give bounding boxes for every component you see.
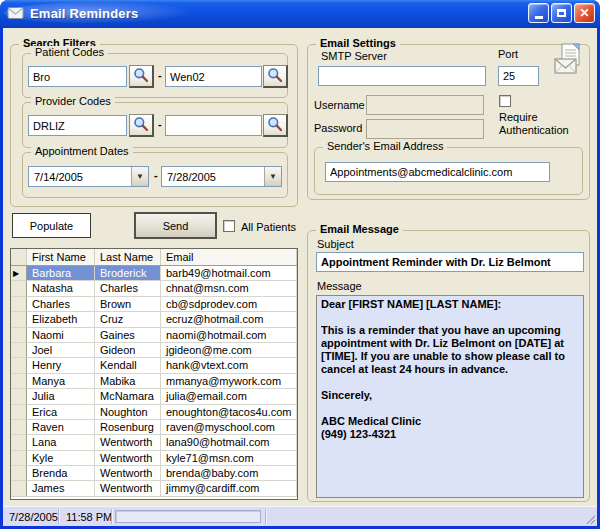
- grid-row[interactable]: EricaNoughtonenoughton@tacos4u.com: [11, 405, 297, 420]
- provider-code-from-input[interactable]: [28, 115, 127, 136]
- cell-email[interactable]: chnat@msn.com: [161, 281, 297, 296]
- cell-first-name[interactable]: Kyle: [27, 451, 95, 466]
- grid-row[interactable]: JoelGideonjgideon@me.com: [11, 343, 297, 358]
- cell-first-name[interactable]: Barbara: [27, 266, 95, 281]
- cell-email[interactable]: hank@vtext.com: [161, 358, 297, 373]
- cell-email[interactable]: mmanya@mywork.com: [161, 374, 297, 389]
- cell-email[interactable]: jgideon@me.com: [161, 343, 297, 358]
- column-header-email[interactable]: Email: [161, 249, 297, 265]
- grid-row[interactable]: HenryKendallhank@vtext.com: [11, 358, 297, 373]
- grid-row[interactable]: NatashaCharleschnat@msn.com: [11, 281, 297, 296]
- resize-grip-icon[interactable]: [583, 512, 596, 525]
- username-input[interactable]: [366, 95, 484, 115]
- row-selector-cell[interactable]: [11, 358, 27, 373]
- row-selector-cell[interactable]: [11, 466, 27, 481]
- cell-first-name[interactable]: Raven: [27, 420, 95, 435]
- cell-first-name[interactable]: Elizabeth: [27, 312, 95, 327]
- cell-last-name[interactable]: Gideon: [95, 343, 161, 358]
- cell-last-name[interactable]: Rosenburg: [95, 420, 161, 435]
- cell-email[interactable]: lana90@hotmail.com: [161, 435, 297, 450]
- row-selector-cell[interactable]: [11, 420, 27, 435]
- cell-email[interactable]: jimmy@cardiff.com: [161, 481, 297, 496]
- populate-button[interactable]: Populate: [12, 213, 91, 238]
- patient-code-from-input[interactable]: [28, 66, 127, 87]
- appointment-date-to-picker[interactable]: 7/28/2005 ▼: [161, 166, 282, 187]
- provider-code-to-lookup-button[interactable]: [263, 114, 288, 137]
- grid-row[interactable]: ElizabethCruzecruz@hotmail.com: [11, 312, 297, 327]
- port-input[interactable]: [498, 66, 539, 86]
- cell-last-name[interactable]: Wentworth: [95, 481, 161, 496]
- row-selector-cell[interactable]: [11, 297, 27, 312]
- cell-last-name[interactable]: McNamara: [95, 389, 161, 404]
- grid-row[interactable]: LanaWentworthlana90@hotmail.com: [11, 435, 297, 450]
- cell-first-name[interactable]: Naomi: [27, 328, 95, 343]
- cell-last-name[interactable]: Cruz: [95, 312, 161, 327]
- cell-first-name[interactable]: Henry: [27, 358, 95, 373]
- cell-last-name[interactable]: Mabika: [95, 374, 161, 389]
- minimize-button[interactable]: [528, 3, 549, 23]
- cell-last-name[interactable]: Charles: [95, 281, 161, 296]
- cell-email[interactable]: naomi@hotmail.com: [161, 328, 297, 343]
- row-selector-cell[interactable]: [11, 389, 27, 404]
- cell-email[interactable]: kyle71@msn.com: [161, 451, 297, 466]
- cell-last-name[interactable]: Noughton: [95, 405, 161, 420]
- grid-row[interactable]: BrendaWentworthbrenda@baby.com: [11, 466, 297, 481]
- cell-last-name[interactable]: Wentworth: [95, 466, 161, 481]
- cell-email[interactable]: enoughton@tacos4u.com: [161, 405, 297, 420]
- provider-code-to-input[interactable]: [165, 115, 262, 136]
- grid-row[interactable]: RavenRosenburgraven@myschool.com: [11, 420, 297, 435]
- message-textarea[interactable]: Dear [FIRST NAME] [LAST NAME]: This is a…: [316, 295, 584, 498]
- cell-first-name[interactable]: Natasha: [27, 281, 95, 296]
- grid-row[interactable]: NaomiGainesnaomi@hotmail.com: [11, 328, 297, 343]
- row-selector-cell[interactable]: [11, 451, 27, 466]
- row-selector-cell[interactable]: [11, 405, 27, 420]
- cell-first-name[interactable]: Joel: [27, 343, 95, 358]
- grid-row[interactable]: ▶BarbaraBroderickbarb49@hotmail.com: [11, 266, 297, 281]
- smtp-server-input[interactable]: [318, 66, 486, 86]
- provider-code-from-lookup-button[interactable]: [129, 114, 154, 137]
- cell-email[interactable]: ecruz@hotmail.com: [161, 312, 297, 327]
- cell-last-name[interactable]: Kendall: [95, 358, 161, 373]
- patient-grid[interactable]: First Name Last Name Email ▶BarbaraBrode…: [10, 248, 298, 500]
- cell-last-name[interactable]: Wentworth: [95, 435, 161, 450]
- cell-email[interactable]: cb@sdprodev.com: [161, 297, 297, 312]
- row-selector-cell[interactable]: [11, 481, 27, 496]
- row-selector-cell[interactable]: [11, 343, 27, 358]
- grid-row[interactable]: JamesWentworthjimmy@cardiff.com: [11, 481, 297, 496]
- send-button[interactable]: Send: [134, 212, 217, 239]
- sender-email-input[interactable]: [325, 162, 550, 182]
- cell-first-name[interactable]: Manya: [27, 374, 95, 389]
- row-selector-cell[interactable]: [11, 435, 27, 450]
- grid-row[interactable]: CharlesBrowncb@sdprodev.com: [11, 297, 297, 312]
- grid-row[interactable]: KyleWentworthkyle71@msn.com: [11, 451, 297, 466]
- chevron-down-icon[interactable]: ▼: [131, 167, 148, 186]
- row-selector-cell[interactable]: ▶: [11, 266, 27, 281]
- password-input[interactable]: [366, 119, 484, 139]
- column-header-last-name[interactable]: Last Name: [95, 249, 161, 265]
- cell-last-name[interactable]: Broderick: [95, 266, 161, 281]
- cell-last-name[interactable]: Wentworth: [95, 451, 161, 466]
- chevron-down-icon[interactable]: ▼: [264, 167, 281, 186]
- cell-first-name[interactable]: Erica: [27, 405, 95, 420]
- require-authentication-checkbox[interactable]: [499, 95, 511, 107]
- cell-first-name[interactable]: Charles: [27, 297, 95, 312]
- row-selector-cell[interactable]: [11, 328, 27, 343]
- maximize-button[interactable]: [551, 3, 572, 23]
- grid-row[interactable]: ManyaMabikammanya@mywork.com: [11, 374, 297, 389]
- all-patients-checkbox[interactable]: [223, 220, 235, 232]
- row-selector-cell[interactable]: [11, 312, 27, 327]
- cell-first-name[interactable]: James: [27, 481, 95, 496]
- row-selector-cell[interactable]: [11, 374, 27, 389]
- column-header-first-name[interactable]: First Name: [27, 249, 95, 265]
- cell-last-name[interactable]: Gaines: [95, 328, 161, 343]
- grid-row[interactable]: JuliaMcNamarajulia@email.com: [11, 389, 297, 404]
- patient-code-to-lookup-button[interactable]: [263, 65, 288, 88]
- row-selector-cell[interactable]: [11, 281, 27, 296]
- cell-email[interactable]: raven@myschool.com: [161, 420, 297, 435]
- cell-first-name[interactable]: Julia: [27, 389, 95, 404]
- cell-last-name[interactable]: Brown: [95, 297, 161, 312]
- appointment-date-from-picker[interactable]: 7/14/2005 ▼: [28, 166, 149, 187]
- cell-email[interactable]: brenda@baby.com: [161, 466, 297, 481]
- cell-email[interactable]: barb49@hotmail.com: [161, 266, 297, 281]
- cell-first-name[interactable]: Brenda: [27, 466, 95, 481]
